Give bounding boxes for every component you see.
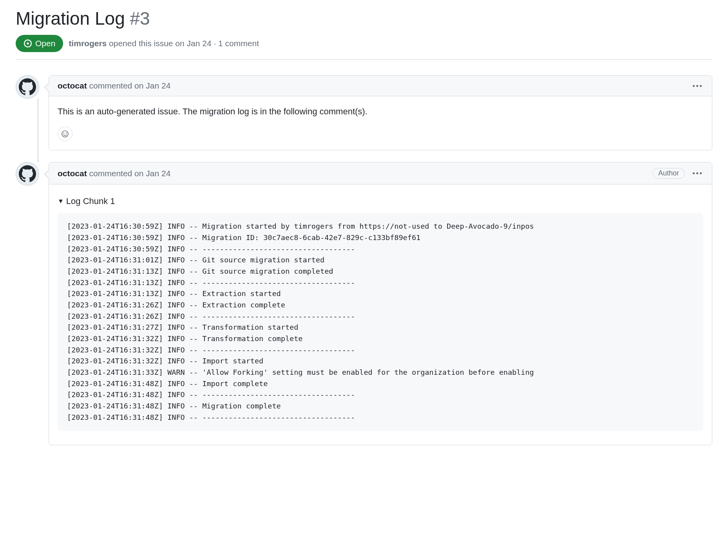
author-badge: Author	[652, 168, 685, 179]
comment-author-link[interactable]: octocat	[58, 169, 87, 178]
comment-timestamp: commented on Jan 24	[89, 81, 171, 90]
comment-header: octocat commented on Jan 24 Author	[49, 163, 712, 184]
comment-body: This is an auto-generated issue. The mig…	[49, 96, 712, 126]
issue-title: Migration Log #3	[16, 8, 712, 29]
comment-timestamp: commented on Jan 24	[89, 169, 171, 178]
comment-actions-button[interactable]	[691, 83, 703, 89]
svg-point-3	[63, 133, 64, 134]
state-badge: Open	[16, 35, 63, 52]
svg-point-2	[62, 131, 68, 137]
smiley-icon	[61, 130, 69, 138]
issue-meta: Open timrogers opened this issue on Jan …	[16, 35, 712, 60]
log-chunk-title: Log Chunk 1	[66, 195, 115, 208]
avatar[interactable]	[16, 162, 39, 186]
issue-title-text: Migration Log	[16, 8, 125, 29]
comment-box: octocat commented on Jan 24 Author Log C…	[49, 162, 712, 445]
octocat-icon	[19, 78, 36, 96]
log-chunk-details[interactable]: Log Chunk 1 [2023-01-24T16:30:59Z] INFO …	[58, 193, 703, 431]
comment-body: Log Chunk 1 [2023-01-24T16:30:59Z] INFO …	[49, 184, 712, 445]
svg-point-1	[27, 42, 29, 45]
state-label: Open	[35, 39, 55, 48]
log-chunk-summary[interactable]: Log Chunk 1	[58, 193, 703, 209]
timeline: octocat commented on Jan 24 This is an a…	[16, 75, 712, 445]
log-content: [2023-01-24T16:30:59Z] INFO -- Migration…	[67, 221, 694, 423]
comment-author-link[interactable]: octocat	[58, 81, 87, 90]
timeline-item: octocat commented on Jan 24 Author Log C…	[16, 162, 712, 445]
issue-number: #3	[130, 8, 150, 29]
avatar[interactable]	[16, 75, 39, 99]
octocat-icon	[19, 165, 36, 182]
log-code-block: [2023-01-24T16:30:59Z] INFO -- Migration…	[58, 213, 703, 431]
issue-byline: timrogers opened this issue on Jan 24 · …	[69, 39, 259, 48]
issue-opened-text: opened this issue on Jan 24 · 1 comment	[109, 39, 259, 48]
svg-point-4	[66, 133, 67, 134]
timeline-item: octocat commented on Jan 24 This is an a…	[16, 75, 712, 150]
issue-author-link[interactable]: timrogers	[69, 39, 107, 48]
add-reaction-button[interactable]	[58, 126, 72, 141]
comment-actions-button[interactable]	[691, 171, 703, 176]
comment-header: octocat commented on Jan 24	[49, 76, 712, 96]
issue-open-icon	[24, 39, 32, 48]
comment-box: octocat commented on Jan 24 This is an a…	[49, 75, 712, 150]
